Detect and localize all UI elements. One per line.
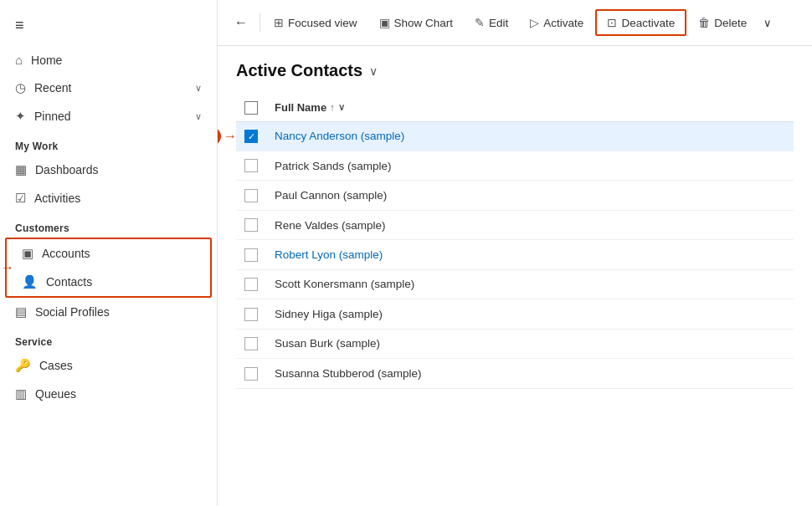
fullname-column-header: Full Name ↑ ∨: [266, 94, 794, 121]
pinned-label: Pinned: [34, 110, 71, 123]
recent-label: Recent: [34, 81, 71, 95]
recent-icon: ◷: [15, 80, 26, 95]
contact-name-cell: Susan Burk (sample): [266, 329, 794, 358]
accounts-icon: ▣: [22, 246, 33, 261]
delete-button[interactable]: 🗑 Delete: [688, 11, 757, 34]
social-icon: ▤: [15, 304, 27, 319]
more-button[interactable]: ∨: [758, 12, 777, 34]
row-checkbox-cell: [236, 269, 266, 299]
section-service: Service: [0, 326, 217, 351]
deactivate-icon: ⊡: [607, 16, 617, 29]
show-chart-label: Show Chart: [394, 17, 454, 29]
contacts-table: Full Name ↑ ∨ 2 → ✓ Nancy Anderson (samp…: [236, 94, 794, 389]
table-row: Paul Cannon (sample): [236, 181, 794, 210]
sidebar-item-pinned[interactable]: ✦ Pinned ∨: [0, 102, 217, 130]
queues-icon: ▥: [15, 386, 27, 401]
sidebar-item-contacts[interactable]: 👤 Contacts: [7, 268, 210, 296]
row-checkbox-cell: [236, 240, 266, 269]
row-checkbox[interactable]: [244, 278, 258, 291]
fullname-label: Full Name: [275, 101, 326, 114]
page-title: Active Contacts: [236, 61, 362, 80]
row-checkbox-cell: [236, 329, 266, 358]
row-checkbox-cell: [236, 181, 266, 210]
home-icon: ⌂: [15, 53, 23, 67]
table-header-row: Full Name ↑ ∨: [236, 94, 794, 121]
row-checkbox[interactable]: [244, 189, 258, 202]
activate-icon: ▷: [530, 16, 539, 29]
pin-icon: ✦: [15, 109, 26, 124]
annotation-2: 2 →: [218, 127, 237, 146]
contact-name-cell: Rene Valdes (sample): [266, 210, 794, 239]
main-area: 3 ↓ ← ⊞ Focused view ▣ Show Chart ✎ Edit…: [218, 0, 812, 506]
accounts-label: Accounts: [42, 247, 90, 260]
sidebar-item-queues[interactable]: ▥ Queues: [0, 380, 217, 408]
toolbar: 3 ↓ ← ⊞ Focused view ▣ Show Chart ✎ Edit…: [218, 0, 812, 46]
deactivate-button[interactable]: ⊡ Deactivate: [595, 9, 686, 36]
contact-link[interactable]: Robert Lyon (sample): [275, 248, 383, 261]
row-checkbox[interactable]: [244, 218, 258, 232]
sidebar-item-recent[interactable]: ◷ Recent ∨: [0, 74, 217, 102]
contacts-label: Contacts: [46, 275, 92, 289]
sidebar-item-social-profiles[interactable]: ▤ Social Profiles: [0, 298, 217, 326]
contact-name-cell: Susanna Stubberod (sample): [266, 359, 794, 388]
show-chart-button[interactable]: ▣ Show Chart: [369, 11, 464, 34]
activate-button[interactable]: ▷ Activate: [520, 11, 594, 34]
sort-asc-icon[interactable]: ↑: [330, 102, 335, 112]
section-customers: Customers: [0, 212, 217, 238]
social-label: Social Profiles: [35, 305, 110, 319]
edit-button[interactable]: ✎ Edit: [465, 11, 518, 34]
row-checkbox-cell: [236, 151, 266, 181]
chevron-down-icon: ∨: [195, 83, 202, 94]
row-checkbox-checked[interactable]: ✓: [244, 130, 258, 143]
content-area: Active Contacts ∨ Full Name ↑ ∨: [218, 46, 812, 506]
sidebar-item-activities[interactable]: ☑ Activities: [0, 184, 217, 212]
contacts-icon: 👤: [22, 274, 38, 289]
contact-name-cell: Robert Lyon (sample): [266, 240, 794, 269]
cases-label: Cases: [39, 359, 73, 372]
sidebar-item-accounts[interactable]: ▣ Accounts: [7, 239, 210, 268]
dashboards-icon: ▦: [15, 162, 27, 177]
page-title-row: Active Contacts ∨: [236, 61, 794, 80]
cases-icon: 🔑: [15, 358, 31, 373]
select-all-checkbox[interactable]: [244, 101, 258, 115]
toolbar-divider: [260, 13, 260, 32]
header-checkbox-cell: [236, 94, 266, 121]
row-checkbox[interactable]: [244, 337, 258, 350]
focused-view-label: Focused view: [288, 17, 357, 29]
home-label: Home: [31, 54, 62, 67]
edit-label: Edit: [489, 17, 508, 29]
hamburger-icon[interactable]: ≡: [0, 8, 217, 46]
activate-label: Activate: [543, 17, 583, 29]
contact-name-cell: Sidney Higa (sample): [266, 299, 794, 329]
table-row: Patrick Sands (sample): [236, 151, 794, 181]
sidebar-item-cases[interactable]: 🔑 Cases: [0, 351, 217, 380]
sort-filter-icon[interactable]: ∨: [338, 102, 345, 113]
row-checkbox-cell: [236, 210, 266, 239]
sidebar: ≡ ⌂ Home ◷ Recent ∨ ✦ Pinned ∨ My Work ▦…: [0, 0, 218, 506]
row-checkbox[interactable]: [244, 248, 258, 262]
contact-name-cell: Nancy Anderson (sample): [266, 121, 794, 151]
table-row: Rene Valdes (sample): [236, 210, 794, 239]
row-checkbox-cell: [236, 299, 266, 329]
chevron-down-icon: ∨: [195, 111, 202, 122]
table-row: Scott Konersmann (sample): [236, 269, 794, 299]
contact-name-cell: Paul Cannon (sample): [266, 181, 794, 210]
focused-view-icon: ⊞: [274, 16, 284, 29]
contact-name-cell: Scott Konersmann (sample): [266, 269, 794, 299]
focused-view-button[interactable]: ⊞ Focused view: [264, 11, 367, 34]
sidebar-item-home[interactable]: ⌂ Home: [0, 46, 217, 74]
delete-label: Delete: [714, 17, 747, 29]
contact-link[interactable]: Nancy Anderson (sample): [275, 130, 404, 142]
table-row: Sidney Higa (sample): [236, 299, 794, 329]
row-checkbox[interactable]: [244, 308, 258, 321]
section-mywork: My Work: [0, 130, 217, 156]
row-checkbox[interactable]: [244, 367, 258, 381]
title-chevron-icon[interactable]: ∨: [369, 64, 378, 78]
row-checkbox-cell: [236, 359, 266, 388]
activities-icon: ☑: [15, 191, 26, 206]
back-button[interactable]: ←: [226, 10, 256, 35]
activities-label: Activities: [34, 192, 80, 205]
table-row: Susanna Stubberod (sample): [236, 359, 794, 388]
sidebar-item-dashboards[interactable]: ▦ Dashboards: [0, 156, 217, 184]
row-checkbox[interactable]: [244, 159, 258, 172]
